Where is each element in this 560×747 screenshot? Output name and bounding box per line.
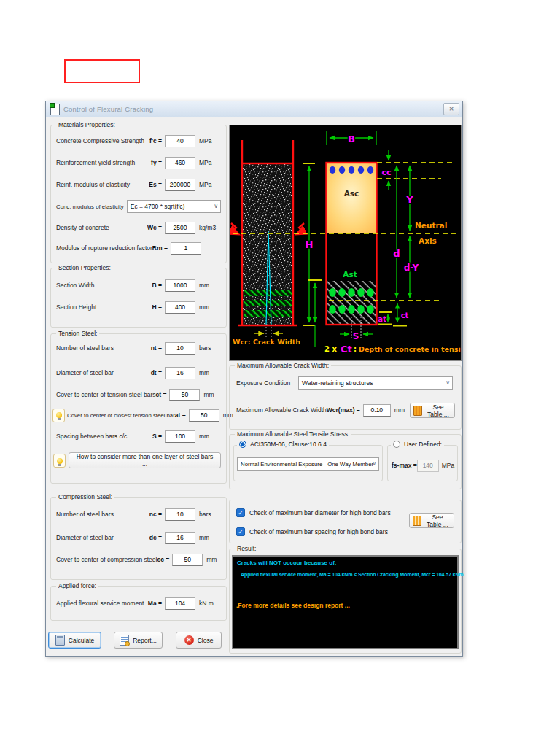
diagram-y-label: Y xyxy=(405,194,413,205)
annotation-red-box xyxy=(64,59,140,83)
report-button[interactable]: Report... xyxy=(114,632,163,649)
group-section: Section Properties: Section Width B = mm… xyxy=(50,268,227,328)
ct-label: Cover to center of tension steel bars xyxy=(56,391,156,398)
diagram-s-label: S xyxy=(353,331,359,341)
diagram-caption-text: Depth of concrete in tension zone xyxy=(359,345,461,353)
ma-input[interactable] xyxy=(165,597,195,610)
app-icon xyxy=(50,104,60,115)
fc-unit: MPa xyxy=(199,137,221,144)
exposure-dropdown[interactable]: Water-retaining structures ∨ xyxy=(298,376,453,390)
dc-symbol: dc = xyxy=(149,534,162,541)
lightbulb-icon[interactable] xyxy=(52,409,65,422)
dt-symbol: dt = xyxy=(151,369,162,376)
checkbox-bar-spacing[interactable]: ✓ xyxy=(236,527,245,536)
group-checks: ✓ Check of maximum bar diameter for high… xyxy=(229,500,462,543)
group-tension-title: Tension Steel: xyxy=(56,330,99,337)
diagram-wcr-caption: Wcr: Crack Width xyxy=(233,338,300,346)
calculate-label: Calculate xyxy=(69,637,94,644)
at-label: Cover to center of closest tension steel… xyxy=(67,412,175,419)
user-defined-radio[interactable] xyxy=(393,441,400,448)
row-dc: Diameter of steel bar dc = mm xyxy=(56,531,221,544)
row-es: Reinf. modulus of elasticity Es = MPa xyxy=(56,178,221,191)
row-wcr: Maximum Allowable Crack Width Wcr(max) =… xyxy=(236,403,404,417)
checkbox-bar-diameter[interactable]: ✓ xyxy=(236,508,245,517)
result-line-2: Applied flexural service moment, Ma = 10… xyxy=(241,571,464,578)
es-label: Reinf. modulus of elasticity xyxy=(56,181,130,188)
dt-input[interactable] xyxy=(165,367,195,379)
ec-dropdown[interactable]: Ec = 4700 * sqrt(f'c) ∨ xyxy=(127,200,221,213)
diagram-d-label: d xyxy=(393,248,400,259)
group-compression: Compression Steel: Number of steel bars … xyxy=(50,497,227,580)
fy-input[interactable] xyxy=(165,157,195,169)
wcr-unit: mm xyxy=(394,406,409,414)
at-input[interactable] xyxy=(189,409,219,422)
see-table-button-checks[interactable]: See Table ... xyxy=(409,513,454,528)
report-icon xyxy=(120,635,129,646)
chevron-down-icon: ∨ xyxy=(214,203,218,209)
calculate-button[interactable]: Calculate xyxy=(48,632,101,649)
s-symbol: S = xyxy=(152,433,162,440)
diagram-asc-label: Asc xyxy=(344,189,359,198)
fc-symbol: f'c = xyxy=(149,137,162,144)
ma-unit: kN.m xyxy=(199,600,221,607)
row-wc: Density of concrete Wc = kg/m3 xyxy=(56,221,221,234)
how-to-layers-button[interactable]: How to consider more than one layer of s… xyxy=(69,452,221,468)
close-button[interactable]: ✕ Close xyxy=(176,632,222,649)
wcr-label: Maximum Allowable Crack Width xyxy=(236,406,327,414)
wc-input[interactable] xyxy=(165,222,195,234)
user-defined-radio-row[interactable]: User Defined: xyxy=(391,441,444,448)
close-circle-icon: ✕ xyxy=(184,635,194,645)
nc-input[interactable] xyxy=(165,508,195,521)
diagram-neutral-label: Neutral xyxy=(415,221,447,230)
h-input[interactable] xyxy=(165,301,195,314)
row-ct: Cover to center of tension steel bars ct… xyxy=(56,388,221,401)
aci-subgroup: ACI350M-06, Clause:10.6.4 Normal Environ… xyxy=(233,445,383,481)
dc-input[interactable] xyxy=(165,532,195,544)
fy-label: Reinforcement yield strength xyxy=(56,159,135,166)
section-diagram: Wcr: Crack Width H Asc Ast xyxy=(229,125,462,361)
chevron-down-icon: ∨ xyxy=(446,379,450,386)
cc-input[interactable] xyxy=(172,554,203,566)
title-bar[interactable]: Control of Flexural Cracking ✕ xyxy=(46,101,462,117)
rm-input[interactable] xyxy=(171,242,201,255)
nc-unit: bars xyxy=(199,511,221,518)
diagram-h-label: H xyxy=(306,239,314,250)
aci-radio-row[interactable]: ACI350M-06, Clause:10.6.4 xyxy=(237,441,329,448)
check-spacing-label: Check of maximum bar spacing for high bo… xyxy=(249,528,388,535)
group-tension: Tension Steel: Number of steel bars nt =… xyxy=(50,333,227,484)
chevron-down-icon: ∨ xyxy=(372,460,376,467)
nt-symbol: nt = xyxy=(151,344,162,352)
es-unit: MPa xyxy=(199,181,221,188)
cc-symbol: cc = xyxy=(157,556,169,563)
ct-input[interactable] xyxy=(169,389,200,401)
fsmax-input[interactable] xyxy=(417,460,439,472)
row-ec: Conc. modulus of elasticity Ec = 4700 * … xyxy=(56,200,221,213)
wcr-input[interactable] xyxy=(363,404,391,417)
lightbulb-icon[interactable] xyxy=(53,454,66,468)
group-crack-width-title: Maximum Allowable Crack Width: xyxy=(235,362,331,369)
es-input[interactable] xyxy=(165,179,195,191)
rm-label: Modulus of rupture reduction factor xyxy=(56,244,152,252)
b-input[interactable] xyxy=(165,279,195,292)
aci-exposure-dropdown[interactable]: Normal Environmental Exposure - One Way … xyxy=(237,457,379,471)
fc-input[interactable] xyxy=(165,135,195,147)
s-input[interactable] xyxy=(165,430,195,443)
b-unit: mm xyxy=(199,282,221,289)
aci-radio[interactable] xyxy=(239,441,246,448)
page: Control of Flexural Cracking ✕ Materials… xyxy=(0,0,560,747)
see-table-button-crack[interactable]: See Table ... xyxy=(410,403,455,418)
window-close-icon[interactable]: ✕ xyxy=(443,103,459,115)
dt-label: Diameter of steel bar xyxy=(56,369,114,376)
diagram-dy-label: d-Y xyxy=(404,263,419,273)
row-nc: Number of steel bars nc = bars xyxy=(56,508,221,521)
nt-input[interactable] xyxy=(165,342,195,355)
wc-label: Density of concrete xyxy=(56,224,109,231)
group-compression-title: Compression Steel: xyxy=(56,493,114,500)
h-unit: mm xyxy=(199,303,221,311)
diagram-axis-label: Axis xyxy=(419,236,437,245)
group-result: Result: Cracks will NOT occour because o… xyxy=(229,549,462,654)
cc-unit: mm xyxy=(206,556,228,563)
dialog-window: Control of Flexural Cracking ✕ Materials… xyxy=(45,101,463,657)
user-defined-radio-label: User Defined: xyxy=(404,441,442,448)
dc-label: Diameter of steel bar xyxy=(56,534,114,541)
